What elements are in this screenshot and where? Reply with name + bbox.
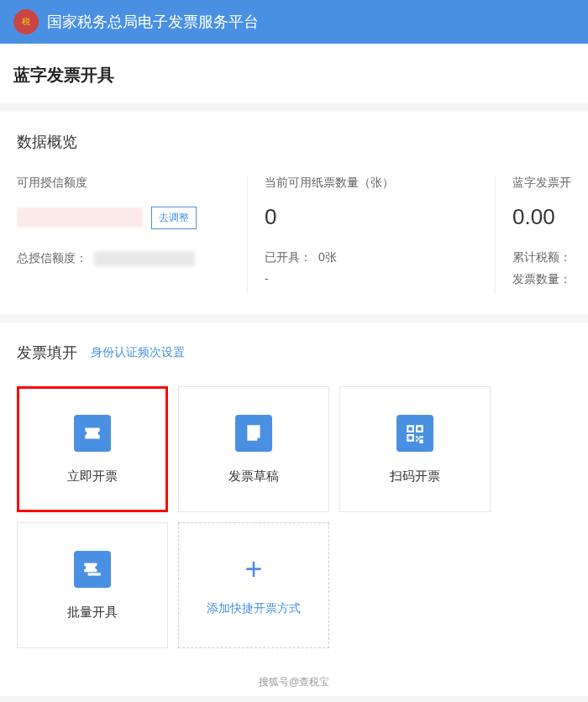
blue-label: 蓝字发票开 xyxy=(512,176,571,191)
credit-value-redacted xyxy=(17,207,143,228)
total-credit-label: 总授信额度： xyxy=(17,251,87,266)
data-overview-card: 数据概览 可用授信额度 去调整 总授信额度： 当前可用纸票数量（张） 0 已开具… xyxy=(0,112,588,314)
paper-label: 当前可用纸票数量（张） xyxy=(265,176,478,191)
page-title: 蓝字发票开具 xyxy=(0,44,588,103)
invoice-count-label: 发票数量： xyxy=(512,272,571,287)
ticket-icon xyxy=(74,415,111,452)
paper-column: 当前可用纸票数量（张） 0 已开具： 0张 - xyxy=(247,176,495,294)
batch-icon xyxy=(74,551,111,588)
overview-title: 数据概览 xyxy=(17,132,571,152)
tile-label: 扫码开票 xyxy=(390,469,440,485)
invoice-fillin-card: 发票填开 身份认证频次设置 立即开票 发票草稿 扫码开票 批量开具 xyxy=(0,322,588,668)
credit-column: 可用授信额度 去调整 总授信额度： xyxy=(17,176,247,294)
source-watermark: 搜狐号@查税宝 xyxy=(0,668,588,696)
tax-total-label: 累计税额： xyxy=(512,250,571,265)
tile-immediate-invoice[interactable]: 立即开票 xyxy=(17,386,168,512)
tile-label: 立即开票 xyxy=(67,469,118,485)
issued-label: 已开具： xyxy=(265,250,312,265)
issued-value: 0张 xyxy=(318,250,337,265)
tile-invoice-draft[interactable]: 发票草稿 xyxy=(178,386,329,512)
tile-batch-invoice[interactable]: 批量开具 xyxy=(17,522,168,648)
app-title: 国家税务总局电子发票服务平台 xyxy=(47,12,259,32)
logo-icon: 税 xyxy=(13,9,39,34)
tile-label: 批量开具 xyxy=(67,605,118,621)
plus-icon: + xyxy=(244,554,262,584)
tile-label: 发票草稿 xyxy=(228,469,279,485)
tile-scan-invoice[interactable]: 扫码开票 xyxy=(339,386,491,512)
tile-label: 添加快捷开票方式 xyxy=(207,601,301,616)
adjust-button[interactable]: 去调整 xyxy=(151,207,197,229)
total-credit-redacted xyxy=(94,251,195,266)
paper-value: 0 xyxy=(265,204,478,230)
auth-frequency-link[interactable]: 身份认证频次设置 xyxy=(91,345,185,360)
top-header: 税 国家税务总局电子发票服务平台 xyxy=(0,0,588,44)
tile-add-shortcut[interactable]: + 添加快捷开票方式 xyxy=(178,522,329,648)
draft-icon xyxy=(235,415,272,452)
dash: - xyxy=(265,272,269,286)
qr-icon xyxy=(396,415,433,452)
fillin-title: 发票填开 xyxy=(17,343,77,363)
blue-column: 蓝字发票开 0.00 累计税额： 发票数量： xyxy=(495,176,571,294)
blue-value: 0.00 xyxy=(512,204,571,230)
credit-label: 可用授信额度 xyxy=(17,176,230,191)
